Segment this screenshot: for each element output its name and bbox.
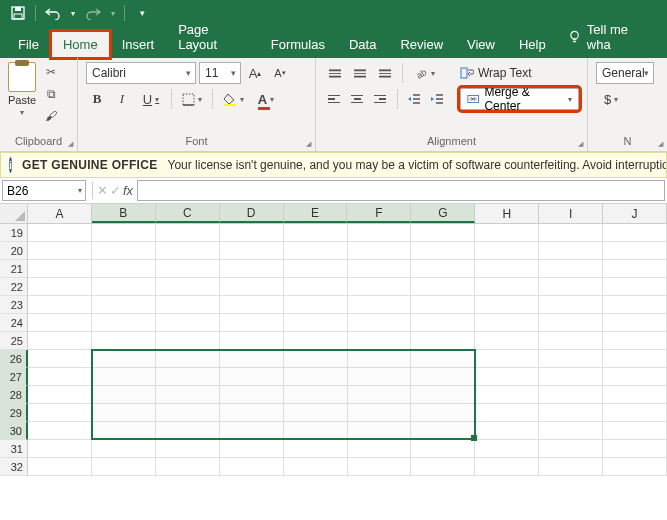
cell[interactable] — [284, 386, 348, 404]
align-middle-icon[interactable] — [349, 62, 371, 84]
align-bottom-icon[interactable] — [374, 62, 396, 84]
row-header[interactable]: 31 — [0, 440, 28, 458]
align-top-icon[interactable] — [324, 62, 346, 84]
cell[interactable] — [348, 224, 412, 242]
increase-font-icon[interactable]: A▴ — [244, 62, 266, 84]
cell[interactable] — [475, 296, 539, 314]
column-header[interactable]: H — [475, 204, 539, 223]
row-header[interactable]: 21 — [0, 260, 28, 278]
cell[interactable] — [284, 296, 348, 314]
tell-me-search[interactable]: Tell me wha — [558, 16, 661, 58]
cell[interactable] — [348, 350, 412, 368]
cell[interactable] — [603, 368, 667, 386]
cell[interactable] — [539, 404, 603, 422]
tab-formulas[interactable]: Formulas — [259, 31, 337, 58]
cell[interactable] — [92, 404, 156, 422]
cell[interactable] — [220, 332, 284, 350]
cell[interactable] — [475, 404, 539, 422]
row-header[interactable]: 30 — [0, 422, 28, 440]
cell[interactable] — [156, 440, 220, 458]
cell[interactable] — [28, 314, 92, 332]
select-all-corner[interactable] — [0, 204, 28, 223]
increase-indent-icon[interactable] — [427, 88, 447, 110]
cell[interactable] — [348, 242, 412, 260]
cell[interactable] — [348, 260, 412, 278]
cell[interactable] — [92, 260, 156, 278]
insert-function-icon[interactable]: fx — [123, 183, 133, 198]
cell[interactable] — [348, 278, 412, 296]
cell[interactable] — [220, 278, 284, 296]
cell[interactable] — [603, 224, 667, 242]
cell[interactable] — [28, 368, 92, 386]
cell[interactable] — [411, 332, 475, 350]
row-header[interactable]: 20 — [0, 242, 28, 260]
cell[interactable] — [28, 404, 92, 422]
align-left-icon[interactable] — [324, 88, 344, 110]
italic-button[interactable]: I — [111, 88, 133, 110]
column-header[interactable]: G — [411, 204, 475, 223]
cell[interactable] — [475, 458, 539, 476]
column-header[interactable]: E — [284, 204, 348, 223]
merge-center-button[interactable]: Merge & Center ▾ — [460, 88, 579, 110]
cell[interactable] — [28, 440, 92, 458]
cell[interactable] — [28, 224, 92, 242]
save-icon[interactable] — [6, 2, 30, 24]
tab-help[interactable]: Help — [507, 31, 558, 58]
decrease-font-icon[interactable]: A▾ — [269, 62, 291, 84]
cell[interactable] — [156, 458, 220, 476]
cell[interactable] — [539, 458, 603, 476]
cell[interactable] — [92, 458, 156, 476]
cell[interactable] — [220, 260, 284, 278]
row-header[interactable]: 27 — [0, 368, 28, 386]
tab-review[interactable]: Review — [388, 31, 455, 58]
cell[interactable] — [156, 350, 220, 368]
cell[interactable] — [92, 224, 156, 242]
cell[interactable] — [411, 314, 475, 332]
row-header[interactable]: 24 — [0, 314, 28, 332]
cell[interactable] — [411, 404, 475, 422]
cell[interactable] — [475, 440, 539, 458]
cell[interactable] — [411, 278, 475, 296]
cell[interactable] — [284, 404, 348, 422]
orientation-icon[interactable]: ab — [409, 62, 439, 84]
cell[interactable] — [603, 314, 667, 332]
cell[interactable] — [603, 332, 667, 350]
row-header[interactable]: 23 — [0, 296, 28, 314]
cell[interactable] — [156, 404, 220, 422]
cell[interactable] — [475, 314, 539, 332]
cell[interactable] — [28, 332, 92, 350]
cell[interactable] — [539, 278, 603, 296]
cell[interactable] — [28, 422, 92, 440]
cell[interactable] — [539, 224, 603, 242]
redo-icon[interactable] — [81, 2, 105, 24]
cell[interactable] — [539, 386, 603, 404]
cell[interactable] — [28, 296, 92, 314]
font-name-combo[interactable]: Calibri — [86, 62, 196, 84]
tab-file[interactable]: File — [6, 31, 51, 58]
cell[interactable] — [92, 314, 156, 332]
bold-button[interactable]: B — [86, 88, 108, 110]
cell[interactable] — [92, 422, 156, 440]
underline-button[interactable]: U — [136, 88, 166, 110]
row-header[interactable]: 19 — [0, 224, 28, 242]
cell[interactable] — [28, 458, 92, 476]
cell[interactable] — [411, 458, 475, 476]
column-header[interactable]: J — [603, 204, 667, 223]
cell[interactable] — [92, 278, 156, 296]
cell[interactable] — [348, 440, 412, 458]
cell[interactable] — [348, 386, 412, 404]
fill-color-icon[interactable] — [218, 88, 248, 110]
cell[interactable] — [220, 440, 284, 458]
cell[interactable] — [220, 458, 284, 476]
cell[interactable] — [220, 404, 284, 422]
cell[interactable] — [284, 458, 348, 476]
cell[interactable] — [539, 422, 603, 440]
tab-page-layout[interactable]: Page Layout — [166, 16, 259, 58]
undo-dropdown-icon[interactable]: ▾ — [67, 2, 79, 24]
cell[interactable] — [220, 368, 284, 386]
cell[interactable] — [156, 260, 220, 278]
cell[interactable] — [411, 242, 475, 260]
cell[interactable] — [156, 278, 220, 296]
cell[interactable] — [603, 404, 667, 422]
cell[interactable] — [220, 296, 284, 314]
